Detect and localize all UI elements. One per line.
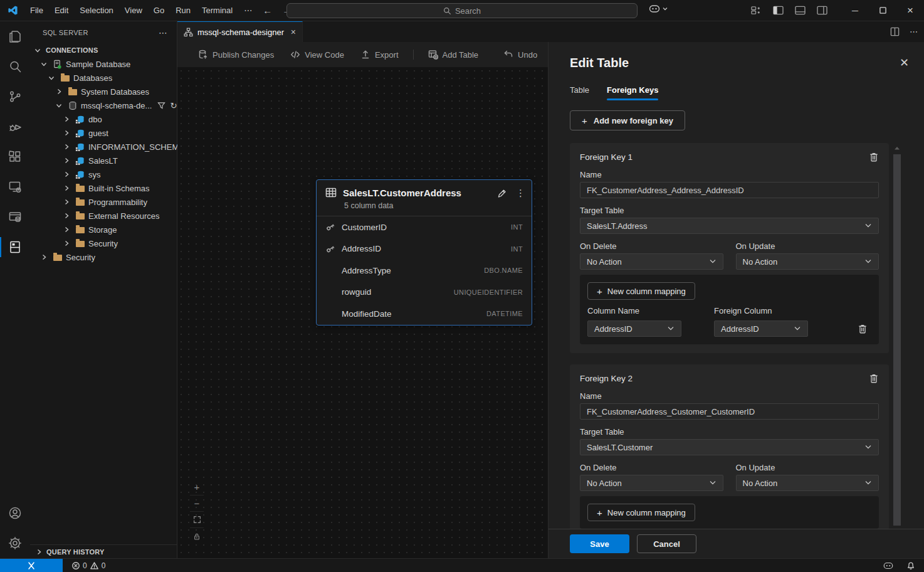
command-center-search[interactable]: Search	[286, 3, 638, 18]
explorer-icon[interactable]	[0, 21, 30, 51]
source-control-icon[interactable]	[0, 82, 30, 112]
tab-table[interactable]: Table	[570, 85, 589, 100]
add-new-foreign-key-button[interactable]: + Add new foreign key	[570, 110, 685, 130]
undo-button[interactable]: Undo	[495, 46, 545, 63]
tree-item-storage[interactable]: Storage	[30, 223, 177, 236]
customize-layout-icon[interactable]	[751, 6, 762, 15]
on-update-dropdown[interactable]: No Action	[736, 475, 879, 491]
column-row[interactable]: rowguid UNIQUEIDENTIFIER	[317, 282, 532, 304]
on-delete-dropdown[interactable]: No Action	[580, 475, 723, 491]
toggle-panel-icon[interactable]	[795, 6, 806, 15]
tree-item-programmability[interactable]: Programmability	[30, 195, 177, 209]
on-update-dropdown[interactable]: No Action	[736, 253, 879, 270]
column-name-dropdown[interactable]: AddressID	[587, 320, 681, 337]
main-area: SQL SERVER ⋯ CONNECTIONS Sample Database…	[0, 21, 924, 558]
foreign-key-name-input[interactable]: FK_CustomerAddress_Customer_CustomerID	[580, 403, 879, 420]
menu-file[interactable]: File	[24, 3, 49, 18]
column-row[interactable]: AddressID INT	[317, 238, 532, 260]
tree-item-information-schema[interactable]: INFORMATION_SCHEMA	[30, 140, 177, 154]
table-icon	[325, 187, 337, 198]
view-code-button[interactable]: View Code	[282, 46, 352, 63]
remote-indicator[interactable]	[0, 559, 63, 572]
column-row[interactable]: ModifiedDate DATETIME	[317, 303, 532, 325]
tab-mssql-schema-designer[interactable]: mssql-schema-designer ×	[177, 21, 303, 42]
menu-terminal[interactable]: Terminal	[196, 3, 238, 18]
toggle-primary-sidebar-icon[interactable]	[773, 6, 784, 15]
schema-canvas[interactable]: SalesLT.CustomerAddress 5 column data ⋮	[177, 67, 548, 558]
settings-gear-icon[interactable]	[0, 528, 30, 558]
tree-item-system-databases[interactable]: System Databases	[30, 85, 177, 98]
tree-section-connections[interactable]: CONNECTIONS	[30, 43, 177, 57]
toggle-secondary-sidebar-icon[interactable]	[817, 6, 827, 15]
new-column-mapping-button[interactable]: + New column mapping	[587, 282, 695, 300]
tab-foreign-keys[interactable]: Foreign Keys	[607, 85, 658, 100]
schema-designer-view-icon[interactable]	[0, 232, 30, 262]
cancel-button[interactable]: Cancel	[637, 534, 696, 553]
delete-foreign-key-icon[interactable]	[869, 152, 879, 162]
menu-go[interactable]: Go	[148, 3, 170, 18]
search-view-icon[interactable]	[0, 51, 30, 82]
column-row[interactable]: AddressType DBO.NAME	[317, 260, 532, 282]
extensions-icon[interactable]	[0, 142, 30, 172]
zoom-out-button[interactable]: −	[190, 495, 204, 512]
fit-view-button[interactable]	[190, 512, 204, 528]
maximize-button[interactable]	[869, 0, 896, 21]
sql-server-view-icon[interactable]	[0, 202, 30, 232]
tree-item-sample-database[interactable]: Sample Database	[30, 57, 177, 71]
foreign-key-name-input[interactable]: FK_CustomerAddress_Address_AddressID	[580, 182, 879, 198]
tree-item-saleslt[interactable]: SalesLT	[30, 154, 177, 167]
new-column-mapping-button[interactable]: + New column mapping	[587, 504, 695, 521]
copilot-menu[interactable]	[648, 4, 668, 14]
foreign-column-dropdown[interactable]: AddressID	[714, 320, 808, 337]
menu-run[interactable]: Run	[170, 3, 196, 18]
export-button[interactable]: Export	[352, 46, 407, 63]
target-table-dropdown[interactable]: SalesLT.Customer	[580, 439, 879, 455]
notifications-bell-icon[interactable]	[906, 561, 915, 570]
close-window-button[interactable]: ×	[896, 0, 924, 21]
menu-more[interactable]: ⋯	[238, 3, 258, 18]
scroll-up-icon[interactable]	[894, 146, 900, 151]
menu-view[interactable]: View	[119, 3, 148, 18]
edit-pencil-icon[interactable]	[496, 188, 507, 199]
delete-mapping-icon[interactable]	[858, 324, 868, 334]
save-button[interactable]: Save	[570, 534, 629, 553]
problems-indicator[interactable]: 0 0	[71, 561, 105, 570]
account-icon[interactable]	[0, 498, 30, 528]
tree-item-databases[interactable]: Databases	[30, 71, 177, 85]
add-table-button[interactable]: Add Table	[420, 46, 487, 63]
split-editor-icon[interactable]	[890, 27, 900, 36]
folder-icon	[75, 183, 85, 193]
tree-item-security-server[interactable]: Security	[30, 250, 177, 264]
history-back-icon[interactable]: ←	[258, 5, 277, 16]
query-history-section[interactable]: QUERY HISTORY	[30, 544, 177, 558]
lock-button[interactable]	[190, 528, 204, 544]
refresh-icon[interactable]: ↻	[170, 101, 177, 110]
copilot-status-icon[interactable]	[883, 561, 894, 570]
filter-icon[interactable]	[157, 102, 165, 110]
tab-close-icon[interactable]: ×	[291, 27, 296, 37]
delete-foreign-key-icon[interactable]	[869, 373, 879, 384]
tree-item-external-resources[interactable]: External Resources	[30, 209, 177, 223]
menu-selection[interactable]: Selection	[74, 3, 118, 18]
editor-more-actions-icon[interactable]: ⋯	[910, 27, 918, 36]
zoom-in-button[interactable]: +	[190, 479, 204, 495]
panel-scrollbar[interactable]	[893, 146, 901, 526]
minimize-button[interactable]: ─	[841, 0, 869, 21]
tree-item-dbo[interactable]: dbo	[30, 112, 177, 126]
on-delete-dropdown[interactable]: No Action	[580, 253, 723, 270]
table-kebab-icon[interactable]: ⋮	[516, 188, 525, 199]
run-and-debug-icon[interactable]	[0, 112, 30, 142]
tree-item-security-db[interactable]: Security	[30, 236, 177, 250]
target-table-dropdown[interactable]: SalesLT.Address	[580, 218, 879, 234]
tree-item-mssql-schema-database[interactable]: mssql-schema-de... ↻	[30, 98, 177, 112]
column-row[interactable]: CustomerID INT	[317, 216, 532, 238]
sidebar-more-actions-icon[interactable]: ⋯	[155, 28, 172, 38]
tree-item-guest[interactable]: guest	[30, 126, 177, 140]
tree-item-built-in-schemas[interactable]: Built-in Schemas	[30, 181, 177, 195]
table-node-customeraddress[interactable]: SalesLT.CustomerAddress 5 column data ⋮	[316, 179, 532, 326]
menu-edit[interactable]: Edit	[49, 3, 74, 18]
scrollbar-thumb[interactable]	[893, 154, 901, 526]
tree-item-sys[interactable]: sys	[30, 167, 177, 181]
publish-changes-button[interactable]: Publish Changes	[190, 46, 282, 63]
remote-explorer-icon[interactable]	[0, 172, 30, 202]
